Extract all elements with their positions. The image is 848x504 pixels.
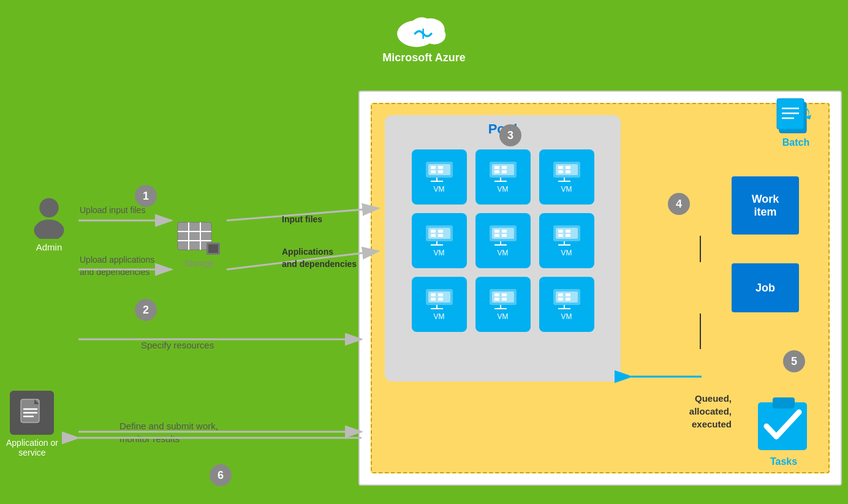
svg-rect-38 [558, 166, 563, 169]
svg-rect-31 [502, 166, 507, 169]
svg-rect-41 [566, 170, 570, 173]
specify-resources-label: Specify resources [141, 340, 214, 350]
svg-rect-24 [431, 170, 436, 173]
svg-rect-22 [431, 166, 436, 169]
vm-box-1: VM [412, 149, 467, 205]
step-1-circle: 1 [135, 185, 157, 207]
work-item-label: Workitem [752, 193, 779, 219]
vm-label: VM [498, 249, 509, 257]
svg-rect-46 [431, 230, 436, 233]
vm-label: VM [561, 312, 572, 321]
svg-rect-49 [438, 234, 443, 237]
svg-rect-85 [556, 291, 578, 303]
storage-label: Storage [184, 258, 214, 268]
svg-rect-30 [494, 166, 499, 169]
svg-rect-48 [431, 234, 436, 237]
svg-rect-72 [431, 298, 436, 301]
svg-rect-80 [494, 298, 499, 301]
svg-rect-88 [558, 298, 563, 301]
svg-rect-37 [556, 164, 578, 175]
svg-rect-87 [566, 293, 570, 296]
tasks-label: Tasks [770, 456, 797, 467]
svg-rect-65 [566, 234, 570, 237]
svg-rect-63 [566, 230, 570, 233]
vm-label: VM [434, 185, 445, 194]
tasks-box: Tasks [753, 393, 814, 467]
work-item-box: Workitem [732, 176, 799, 235]
svg-rect-56 [494, 234, 499, 237]
step-3-circle: 3 [499, 124, 521, 146]
svg-rect-71 [438, 293, 443, 296]
svg-rect-45 [428, 228, 450, 239]
svg-rect-70 [431, 293, 436, 296]
batch-label: Batch [782, 137, 809, 148]
svg-rect-81 [502, 298, 507, 301]
svg-rect-39 [566, 166, 570, 169]
admin-figure: Admin [28, 196, 70, 252]
app-service-label: Application orservice [6, 438, 58, 457]
upload-apps-label: Upload applications and dependencies [80, 254, 154, 278]
svg-rect-53 [492, 228, 514, 239]
svg-rect-77 [492, 291, 514, 303]
svg-rect-79 [502, 293, 507, 296]
step-2-circle: 2 [135, 299, 157, 321]
svg-rect-33 [502, 170, 507, 173]
define-submit-label: Define and submit work, monitor results [119, 419, 218, 445]
svg-rect-29 [492, 164, 514, 175]
vm-label: VM [561, 249, 572, 257]
input-files-label: Input files [282, 214, 322, 224]
vm-box-3: VM [539, 149, 594, 205]
queued-text: Queued, allocated, executed [689, 392, 732, 431]
pool-area: Pool VM [385, 115, 621, 382]
svg-rect-55 [502, 230, 507, 233]
azure-header: Microsoft Azure [382, 6, 465, 64]
admin-label: Admin [36, 242, 62, 252]
vm-box-7: VM [412, 277, 467, 332]
vm-label: VM [498, 312, 509, 321]
svg-rect-89 [566, 298, 570, 301]
vm-box-2: VM [475, 149, 531, 205]
step-6-circle: 6 [210, 464, 232, 486]
app-service-icon [10, 391, 54, 435]
svg-rect-47 [438, 230, 443, 233]
vm-box-5: VM [475, 213, 531, 268]
svg-rect-86 [558, 293, 563, 296]
vm-label: VM [434, 312, 445, 321]
azure-label: Microsoft Azure [382, 51, 465, 64]
svg-point-6 [34, 220, 64, 239]
step-5-circle: 5 [783, 350, 805, 372]
vm-grid: VM VM [399, 143, 607, 338]
svg-rect-21 [428, 164, 450, 175]
app-service-figure: Application orservice [6, 391, 58, 457]
job-box: Job [732, 263, 799, 312]
svg-rect-57 [502, 234, 507, 237]
svg-rect-12 [178, 222, 211, 250]
svg-rect-23 [438, 166, 443, 169]
svg-rect-61 [556, 228, 578, 239]
svg-rect-64 [558, 234, 563, 237]
step-4-circle: 4 [668, 193, 690, 215]
svg-rect-62 [558, 230, 563, 233]
vm-label: VM [498, 185, 509, 194]
job-label: Job [755, 282, 775, 295]
svg-rect-73 [438, 298, 443, 301]
svg-rect-32 [494, 170, 499, 173]
svg-rect-69 [428, 291, 450, 303]
apps-deps-label: Applications and dependencies [282, 246, 357, 270]
vm-box-8: VM [475, 277, 531, 332]
svg-rect-54 [494, 230, 499, 233]
vm-box-6: VM [539, 213, 594, 268]
vm-label: VM [434, 249, 445, 257]
svg-rect-19 [208, 244, 218, 253]
svg-rect-40 [558, 170, 563, 173]
storage-figure: Storage [175, 219, 224, 268]
admin-icon [28, 196, 70, 239]
svg-rect-98 [773, 397, 795, 408]
svg-rect-25 [438, 170, 443, 173]
svg-rect-78 [494, 293, 499, 296]
svg-point-5 [39, 198, 59, 218]
upload-input-label: Upload input files [80, 205, 145, 215]
vm-box-4: VM [412, 213, 467, 268]
cloud-icon [393, 6, 455, 49]
vm-label: VM [561, 185, 572, 194]
